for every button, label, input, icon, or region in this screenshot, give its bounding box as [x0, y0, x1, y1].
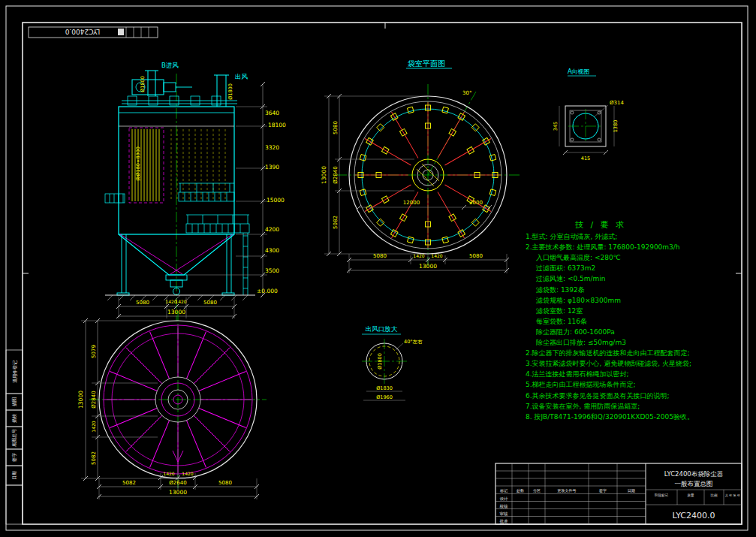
strip-label-baseno: 底图总号: [11, 429, 17, 447]
tech-line: 滤袋室数: 12室: [535, 307, 583, 315]
outlet-detail-note: 40°左右: [404, 339, 423, 345]
outlet-dia-1800: Ø1800: [377, 353, 383, 370]
bp-dim-1420: 1420: [91, 421, 96, 432]
bp-dim-5079: 5079: [91, 345, 97, 358]
bp-dim-5082: 5082: [91, 451, 97, 465]
tech-line: 1.型式: 分室自动清灰, 外滤式;: [526, 233, 617, 240]
plan-bottom-dims: 5080 1420 1420 5080 13000: [347, 253, 509, 273]
detail-a-view: A向视图 Ø314 345 1380 415: [553, 68, 624, 161]
plan-dim-13000-left: 13000: [321, 166, 327, 184]
plan-dim-5080: 5080: [333, 121, 339, 134]
outlet-enlarged-detail: 出风口放大 40°左右 Ø1800 Ø1830 Ø1960: [362, 325, 423, 400]
tb-stage-label: 阶段标记: [655, 493, 669, 498]
tb-sig-check: 校核: [499, 504, 509, 508]
inlet-label: B进风: [161, 62, 179, 69]
bp-bdim-1420-a: 1420: [163, 471, 174, 476]
title-block: 标记 处数 分区 更改文件号 签字 日期 设计 校核 审核 批准 LYC2400…: [495, 463, 742, 524]
front-right-dims: 3640 18100 3320 1390 15000 4200 4300 350…: [188, 82, 286, 297]
dim-18100: 18100: [268, 122, 286, 128]
dim-15000: 15000: [267, 197, 285, 204]
detail-a-dim-314: Ø314: [610, 100, 624, 106]
tb-sheet-label: 共 张 第 张: [725, 493, 740, 497]
tech-line: 滤袋规格: φ180×8300mm: [535, 297, 621, 304]
tb-header-count: 处数: [517, 488, 524, 493]
sheet-frame: LYC2400.0 通用件登记 描图 描校 底图总号 签字 日期: [6, 6, 748, 530]
dim-1420-b: 1420: [175, 299, 186, 304]
bp-dim-13000-left: 13000: [77, 391, 84, 409]
tech-line: 过滤风速: <0.5m/min: [536, 275, 606, 282]
dim-3500: 3500: [265, 267, 279, 274]
tb-sig-approve: 批准: [500, 519, 509, 524]
plan-bdim-1420-b: 1420: [431, 253, 442, 258]
tech-line: 入口烟气最高温度: <280℃: [536, 254, 621, 261]
tech-line: 4.法兰连接处需用石棉绳加以密封;: [526, 370, 629, 378]
tb-drawing-name: 一般布置总图: [675, 480, 713, 487]
outlet-dia-1960: Ø1960: [376, 394, 393, 400]
strip-label-check: 描校: [11, 414, 17, 423]
cad-sheet: LYC2400.0 通用件登记 描图 描校 底图总号 签字 日期: [0, 0, 756, 537]
tech-line: 8. 按JB/T8471-1996和Q/320901KXD05-2005验收。: [526, 413, 694, 421]
plan-view-title: 袋室平面图: [408, 59, 445, 68]
tb-header-mark: 标记: [499, 488, 508, 493]
plan-bdim-5080-left: 5080: [373, 253, 387, 259]
strip-label-date: 日期: [11, 471, 17, 480]
tb-drawing-number: LYC2400.0: [673, 511, 715, 520]
strip-label-reuse: 通用件登记: [12, 361, 18, 383]
dim-4200: 4200: [265, 226, 279, 233]
front-elevation-view: B进风 Ø1800 出风 Ø1800: [105, 62, 286, 321]
tech-line: 滤袋数: 1392条: [535, 286, 585, 294]
outlet-diameter-dim: Ø1800: [227, 83, 233, 100]
bag-chamber-plan-view: 袋室平面图 30°: [321, 59, 520, 273]
angle-30-label: 30°: [462, 90, 471, 96]
tech-line: 过滤面积: 6373m2: [536, 264, 595, 272]
outlet-dia-1830: Ø1830: [376, 385, 393, 391]
dim-5080-left: 5080: [136, 300, 149, 306]
tech-line: 7.设备安装在室外, 需用防雨保温箱罩;: [526, 403, 640, 410]
outlet-detail-title: 出风口放大: [366, 325, 398, 333]
tb-header-date: 日期: [628, 488, 635, 493]
bp-bdim-5080: 5080: [218, 480, 232, 486]
bottom-plan-bottom-dims: 1420 1420 5082 Ø2640 5080 13000: [97, 471, 259, 499]
tech-line: 5.梯栏走向由工程根据现场条件而定;: [526, 381, 636, 388]
tech-line: 2.除尘器下的排灰输送机的连接和走向由工程配套而定;: [526, 349, 690, 357]
corner-mark: [118, 29, 124, 35]
tb-header-docno: 更改文件号: [558, 488, 577, 493]
bp-dim-2840: Ø2840: [91, 391, 97, 408]
mirrored-drawing-number: LYC2400.0: [65, 28, 100, 35]
detail-a-dim-415: 415: [581, 155, 590, 161]
tech-line: 3.安装拉紧滤袋时要小心, 避免硬物刮碰滤袋, 火星烧袋;: [526, 360, 691, 367]
dim-4300: 4300: [265, 247, 279, 254]
platforms: [105, 183, 249, 233]
tb-product-name: LYC2400布袋除尘器: [664, 470, 724, 478]
plan-bdim-1420-a: 1420: [413, 253, 424, 258]
tech-line: 每室袋数: 116条: [536, 318, 587, 325]
bp-bdim-5082: 5082: [122, 480, 136, 486]
plan-dim-2000: 2000: [469, 200, 483, 206]
ground-level-dim: ±0.000: [257, 288, 278, 294]
tech-line: 除尘器出口排放: ≤50mg/m3: [536, 339, 626, 346]
bp-bdim-2640: Ø2640: [169, 480, 186, 486]
outlet-label: 出风: [235, 73, 248, 80]
left-strip: 通用件登记 描图 描校 底图总号 签字 日期: [6, 350, 23, 524]
strip-label-trace: 描图: [11, 397, 17, 406]
tech-line: 6.其余技术要求参见各提资面及有关接口的说明;: [526, 392, 670, 400]
strip-label-sign: 签字: [11, 453, 17, 462]
ladder: [243, 233, 248, 295]
tb-sig-design: 设计: [500, 496, 509, 501]
tb-scale-label: 比例: [711, 493, 718, 498]
detail-a-dim-345: 345: [553, 122, 559, 131]
top-assembly: B进风 Ø1800 出风 Ø1800: [122, 62, 248, 107]
dim-13000-overall: 13000: [167, 309, 185, 315]
inlet-diameter-dim: Ø1800: [140, 76, 146, 92]
bottom-structure-plan-view: 5079 Ø2840 1420 5082 13000 1420 1420 50: [77, 311, 267, 499]
plan-bdim-5080-right: 5080: [469, 253, 483, 259]
bp-bdim-13000: 13000: [169, 489, 187, 496]
tech-line: 2.主要技术参数: 处理风量: 176800-192900m3/h: [526, 243, 680, 251]
cad-drawing-canvas: LYC2400.0 通用件登记 描图 描校 底图总号 签字 日期: [0, 0, 756, 537]
dim-3640: 3640: [265, 110, 279, 116]
plan-dim-2840: Ø2840: [333, 166, 339, 183]
bp-bdim-1420-b: 1420: [182, 471, 193, 476]
detail-a-title: A向视图: [568, 68, 589, 75]
dim-5080-right: 5080: [203, 300, 217, 306]
dim-1390: 1390: [265, 164, 279, 170]
